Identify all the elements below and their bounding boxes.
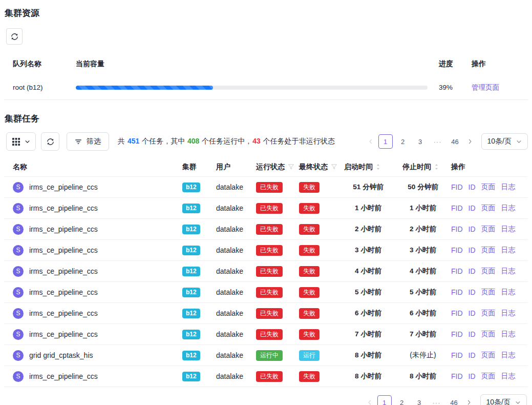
task-name: irms_ce_pipeline_ccs: [29, 309, 98, 317]
action-link-ID[interactable]: ID: [469, 183, 476, 191]
action-link-ID[interactable]: ID: [469, 225, 476, 233]
filter-button[interactable]: 筛选: [67, 132, 109, 151]
refresh-tasks-button[interactable]: [41, 132, 59, 151]
pagination-page-1[interactable]: 1: [377, 395, 392, 405]
action-link-日志[interactable]: 日志: [501, 183, 516, 192]
final-status-badge: 失败: [299, 224, 320, 235]
action-link-FID[interactable]: FID: [451, 372, 463, 380]
final-status-badge: 失败: [299, 371, 320, 382]
action-link-FID[interactable]: FID: [451, 267, 463, 275]
action-link-ID[interactable]: ID: [469, 288, 476, 296]
pagination-page-46[interactable]: 46: [448, 134, 462, 149]
stop-time: 50 分钟前: [408, 183, 438, 192]
task-row: Sirms_ce_pipeline_ccsb12datalake已失败失败4 小…: [4, 261, 528, 282]
row-actions: FIDID页面日志: [449, 225, 528, 234]
stop-time-cell: 6 小时前: [397, 309, 449, 318]
final-status-cell: 运行: [296, 350, 339, 361]
action-link-FID[interactable]: FID: [451, 246, 463, 254]
column-header-4[interactable]: 最终状态: [296, 163, 339, 172]
final-status-badge: 失败: [299, 203, 320, 214]
column-header-6[interactable]: 停止时间: [397, 163, 449, 172]
action-link-页面[interactable]: 页面: [481, 183, 496, 192]
refresh-resources-button[interactable]: [6, 28, 23, 45]
action-link-日志[interactable]: 日志: [501, 309, 516, 318]
action-link-页面[interactable]: 页面: [481, 288, 496, 297]
action-link-页面[interactable]: 页面: [481, 246, 496, 255]
pagination-next-button[interactable]: [464, 134, 476, 149]
action-link-ID[interactable]: ID: [469, 204, 476, 212]
action-link-ID[interactable]: ID: [469, 330, 476, 338]
pagination-prev-button[interactable]: [364, 395, 376, 405]
user-cell: datalake: [216, 351, 253, 359]
pagination-page-1[interactable]: 1: [378, 134, 393, 149]
page-size-select[interactable]: 10条/页: [481, 133, 528, 150]
column-header-7: 操作: [449, 163, 528, 172]
funnel-filter-icon[interactable]: [288, 164, 294, 170]
action-link-日志[interactable]: 日志: [501, 288, 516, 297]
action-link-日志[interactable]: 日志: [501, 225, 516, 234]
sort-carets-icon[interactable]: [434, 164, 439, 170]
start-time: 4 小时前: [355, 267, 381, 276]
pagination-page-3[interactable]: 3: [413, 134, 428, 149]
task-avatar: S: [13, 224, 24, 235]
action-link-日志[interactable]: 日志: [501, 204, 516, 213]
pagination-page-46[interactable]: 46: [447, 395, 461, 405]
stop-time: (未停止): [410, 351, 436, 360]
funnel-filter-icon[interactable]: [331, 164, 337, 170]
row-actions: FIDID页面日志: [449, 372, 528, 381]
run-status-cell: 已失败: [253, 266, 296, 277]
action-link-FID[interactable]: FID: [451, 351, 463, 359]
pagination-page-3[interactable]: 3: [412, 395, 427, 405]
start-time-cell: 5 小时前: [339, 288, 397, 297]
action-link-日志[interactable]: 日志: [501, 372, 516, 381]
run-status-badge: 已失败: [256, 245, 283, 256]
summary-text: 个任务运行中，: [200, 137, 252, 145]
layout-dropdown-button[interactable]: [6, 132, 36, 151]
action-link-FID[interactable]: FID: [451, 183, 463, 191]
action-link-FID[interactable]: FID: [451, 204, 463, 212]
cluster-tasks-title: 集群任务: [5, 113, 528, 125]
sort-carets-icon[interactable]: [376, 164, 380, 170]
row-actions: FIDID页面日志: [449, 330, 528, 339]
start-time: 3 小时前: [355, 246, 381, 255]
action-link-日志[interactable]: 日志: [501, 351, 516, 360]
action-link-页面[interactable]: 页面: [481, 204, 496, 213]
bottom-pagination-bar: 123···4610条/页: [4, 394, 528, 405]
refresh-icon: [47, 138, 54, 146]
action-link-日志[interactable]: 日志: [501, 267, 516, 276]
resources-table-header: 队列名称 当前容量 进度 操作: [4, 53, 528, 75]
action-link-页面[interactable]: 页面: [481, 351, 496, 360]
action-link-页面[interactable]: 页面: [481, 372, 496, 381]
final-status-cell: 失败: [296, 245, 339, 256]
action-link-FID[interactable]: FID: [451, 309, 463, 317]
action-link-日志[interactable]: 日志: [501, 330, 516, 339]
action-link-ID[interactable]: ID: [469, 351, 476, 359]
action-link-ID[interactable]: ID: [469, 267, 476, 275]
row-actions: FIDID页面日志: [449, 267, 528, 276]
action-link-日志[interactable]: 日志: [501, 246, 516, 255]
task-name: irms_ce_pipeline_ccs: [29, 183, 98, 191]
pagination-page-2[interactable]: 2: [395, 395, 409, 405]
start-time-cell: 51 分钟前: [339, 183, 397, 192]
refresh-icon: [11, 33, 18, 40]
column-header-3[interactable]: 运行状态: [253, 163, 296, 172]
pagination-prev-button[interactable]: [365, 134, 377, 149]
manage-page-link[interactable]: 管理页面: [472, 84, 499, 91]
action-link-页面[interactable]: 页面: [481, 225, 496, 234]
action-link-页面[interactable]: 页面: [481, 330, 496, 339]
pagination-page-2[interactable]: 2: [396, 134, 410, 149]
action-link-ID[interactable]: ID: [469, 246, 476, 254]
column-header-5[interactable]: 启动时间: [339, 163, 397, 172]
action-link-FID[interactable]: FID: [451, 288, 463, 296]
start-time: 5 小时前: [355, 288, 381, 297]
action-link-页面[interactable]: 页面: [481, 267, 496, 276]
action-link-FID[interactable]: FID: [451, 330, 463, 338]
action-link-FID[interactable]: FID: [451, 225, 463, 233]
action-link-ID[interactable]: ID: [469, 309, 476, 317]
pagination-next-button[interactable]: [463, 395, 475, 405]
page-size-select[interactable]: 10条/页: [480, 394, 527, 405]
action-link-页面[interactable]: 页面: [481, 309, 496, 318]
task-avatar: S: [13, 266, 24, 277]
cluster-cell: b12: [182, 204, 216, 213]
action-link-ID[interactable]: ID: [469, 372, 476, 380]
